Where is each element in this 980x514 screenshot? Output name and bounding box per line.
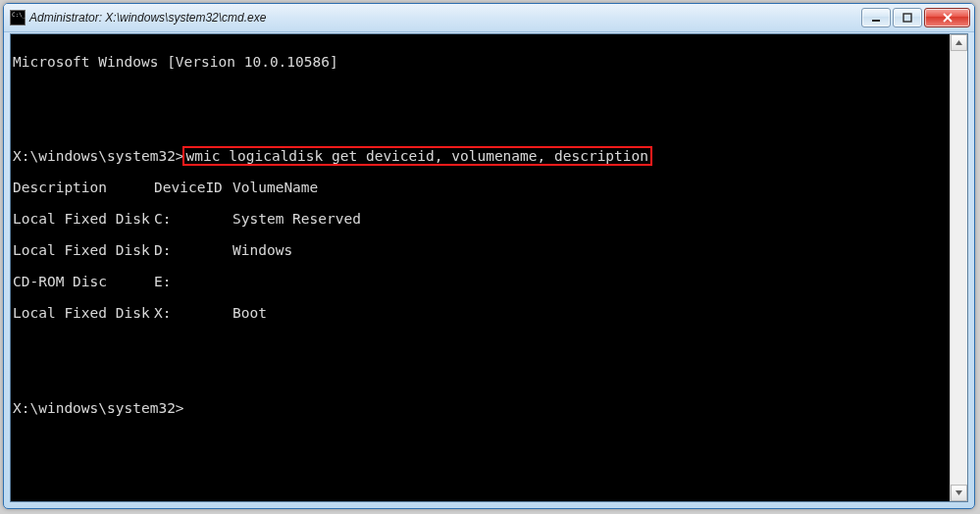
cursor	[184, 399, 192, 413]
minimize-button[interactable]	[861, 8, 891, 27]
cmd-icon	[10, 10, 26, 26]
header-volumename: VolumeName	[232, 180, 318, 195]
highlighted-command: wmic logicaldisk get deviceid, volumenam…	[182, 146, 652, 166]
table-row: Local Fixed DiskC:System Reserved	[13, 211, 951, 227]
header-deviceid: DeviceID	[154, 180, 232, 195]
table-row: Local Fixed DiskD:Windows	[13, 242, 951, 258]
prompt: X:\windows\system32>	[13, 400, 184, 416]
window-controls	[861, 8, 970, 27]
close-icon	[942, 13, 954, 23]
table-header: DescriptionDeviceIDVolumeName	[13, 180, 951, 195]
window-title: Administrator: X:\windows\system32\cmd.e…	[29, 11, 266, 25]
titlebar[interactable]: Administrator: X:\windows\system32\cmd.e…	[4, 4, 974, 32]
vertical-scrollbar[interactable]	[950, 34, 967, 501]
scroll-down-button[interactable]	[951, 485, 967, 501]
maximize-button[interactable]	[893, 8, 922, 27]
chevron-up-icon	[955, 40, 962, 45]
close-button[interactable]	[924, 8, 970, 27]
table-row: Local Fixed DiskX:Boot	[13, 305, 951, 321]
client-area: Microsoft Windows [Version 10.0.10586] X…	[10, 33, 968, 502]
second-prompt-line: X:\windows\system32>	[13, 399, 951, 415]
command-line: X:\windows\system32>wmic logicaldisk get…	[13, 148, 951, 164]
prompt: X:\windows\system32>	[13, 148, 184, 164]
table-row: CD-ROM DiscE:	[13, 274, 951, 289]
version-line: Microsoft Windows [Version 10.0.10586]	[13, 54, 951, 70]
svg-rect-1	[903, 14, 911, 22]
header-description: Description	[13, 180, 154, 195]
chevron-down-icon	[955, 490, 962, 495]
minimize-icon	[871, 13, 881, 23]
cmd-window: Administrator: X:\windows\system32\cmd.e…	[3, 3, 975, 509]
terminal-output[interactable]: Microsoft Windows [Version 10.0.10586] X…	[11, 34, 951, 501]
svg-rect-0	[872, 20, 880, 22]
scroll-up-button[interactable]	[951, 34, 967, 51]
maximize-icon	[903, 13, 912, 23]
